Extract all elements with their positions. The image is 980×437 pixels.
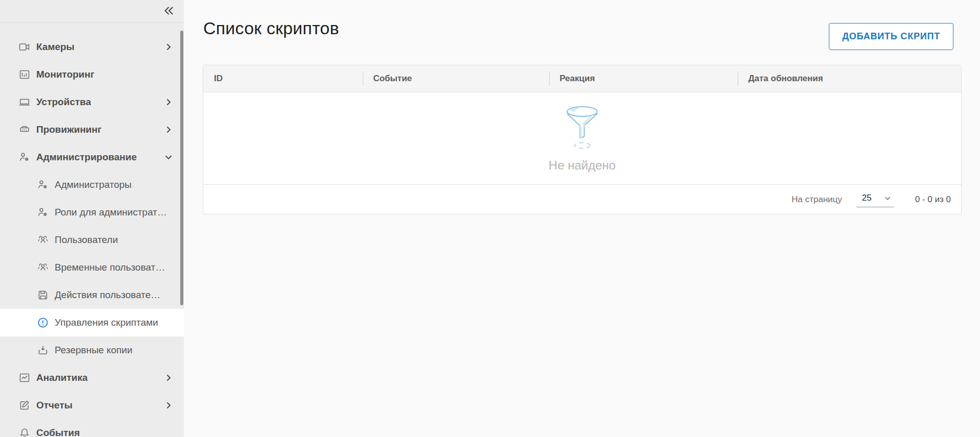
chevron-double-left-icon: [162, 11, 176, 19]
sidebar-scrollbar[interactable]: [180, 31, 183, 305]
table-header-row: ID Событие Реакция Дата обновления: [203, 65, 961, 92]
user-gear-icon: [37, 206, 49, 218]
chevron-right-icon: [162, 399, 175, 411]
chevron-down-icon: [162, 151, 175, 163]
sidebar-item-analytics[interactable]: Аналитика: [0, 364, 184, 392]
pagination-range-text: 0 - 0 из 0: [915, 195, 951, 205]
sidebar-item-label: Устройства: [36, 96, 91, 108]
sidebar-item-label: Действия пользовате…: [55, 289, 160, 301]
empty-state: Не найдено: [203, 92, 961, 184]
funnel-icon: [563, 105, 602, 152]
sidebar-item-temp-users[interactable]: Временные пользоват…: [0, 254, 184, 281]
sidebar-item-label: Пользователи: [55, 234, 118, 246]
tray-download-icon: [37, 344, 49, 356]
error-circle-icon: [37, 317, 49, 329]
column-header-updated: Дата обновления: [737, 65, 961, 92]
sidebar-item-provisioning[interactable]: Провижининг: [0, 116, 184, 143]
empty-state-text: Не найдено: [548, 158, 615, 173]
per-page-value: 25: [862, 193, 872, 203]
floppy-icon: [37, 289, 49, 301]
sidebar-item-events[interactable]: События: [0, 419, 184, 437]
sidebar-item-user-actions[interactable]: Действия пользовате…: [0, 281, 184, 309]
chart-line-icon: [18, 372, 31, 384]
sidebar-item-label: Мониторинг: [36, 69, 94, 80]
chevron-right-icon: [162, 41, 175, 53]
sidebar-item-users[interactable]: Пользователи: [0, 226, 184, 254]
sidebar-item-cameras[interactable]: Камеры: [0, 33, 184, 61]
sidebar-item-label: Провижининг: [36, 124, 102, 135]
sidebar-item-reports[interactable]: Отчеты: [0, 392, 184, 419]
sidebar-item-label: Администрирование: [36, 152, 137, 163]
chevron-right-icon: [162, 372, 175, 384]
server-icon: [18, 124, 31, 136]
sidebar-item-label: События: [36, 427, 80, 437]
column-header-id: ID: [203, 65, 363, 92]
bell-icon: [18, 427, 31, 437]
pagination-bar: На страницу 25 0 - 0 из 0: [203, 184, 961, 214]
sidebar-item-admin-roles[interactable]: Роли для администрат…: [0, 199, 184, 226]
user-gear-icon: [37, 179, 49, 191]
add-script-button[interactable]: ДОБАВИТЬ СКРИПТ: [829, 23, 953, 50]
user-gear-icon: [18, 151, 31, 163]
sidebar-item-label: Камеры: [36, 41, 75, 53]
sidebar-item-label: Временные пользоват…: [55, 262, 165, 273]
sidebar-header: [0, 0, 184, 23]
sidebar-item-administration[interactable]: Администрирование: [0, 143, 184, 171]
users-icon: [37, 261, 49, 274]
sidebar: Камеры Мониторинг Устройства: [0, 0, 184, 437]
per-page-label: На страницу: [792, 195, 842, 205]
sidebar-item-label: Управления скриптами: [55, 317, 158, 328]
column-header-reaction: Реакция: [549, 65, 738, 92]
sidebar-nav: Камеры Мониторинг Устройства: [0, 33, 184, 437]
main-content: Список скриптов ДОБАВИТЬ СКРИПТ ID Событ…: [184, 0, 980, 437]
column-header-event: Событие: [363, 65, 549, 92]
sidebar-item-devices[interactable]: Устройства: [0, 88, 184, 116]
users-icon: [37, 234, 49, 246]
sidebar-item-label: Роли для администрат…: [55, 207, 167, 218]
sidebar-item-label: Администраторы: [55, 179, 132, 190]
sidebar-item-backups[interactable]: Резервные копии: [0, 336, 184, 364]
sidebar-item-label: Отчеты: [36, 400, 73, 411]
chevron-right-icon: [162, 124, 175, 136]
sidebar-item-script-management[interactable]: Управления скриптами: [0, 309, 184, 336]
scripts-table-card: ID Событие Реакция Дата обновления Не на…: [203, 65, 962, 214]
sidebar-item-label: Резервные копии: [55, 345, 132, 356]
chevron-down-icon: [883, 193, 892, 203]
chevron-right-icon: [162, 96, 175, 108]
per-page-select[interactable]: 25: [856, 192, 894, 207]
sidebar-item-label: Аналитика: [36, 372, 88, 383]
sidebar-item-monitoring[interactable]: Мониторинг: [0, 61, 184, 88]
sidebar-item-administrators[interactable]: Администраторы: [0, 171, 184, 199]
edit-icon: [18, 399, 31, 411]
laptop-icon: [18, 96, 31, 108]
camera-icon: [18, 41, 31, 53]
page-title: Список скриптов: [203, 18, 339, 38]
collapse-sidebar-button[interactable]: [161, 4, 177, 19]
monitoring-icon: [18, 68, 31, 81]
